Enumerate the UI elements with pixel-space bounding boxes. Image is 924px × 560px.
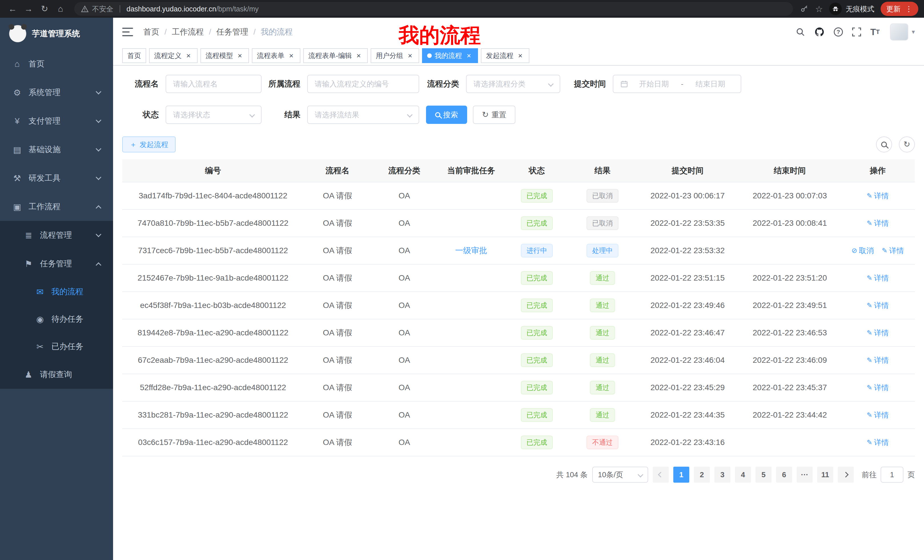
close-icon[interactable]: ×	[406, 52, 414, 60]
sidebar-item[interactable]: ◉待办任务	[0, 305, 113, 333]
toggle-search-button[interactable]	[876, 136, 892, 153]
app-logo	[9, 25, 26, 42]
devtools-icon: ⚒	[11, 173, 23, 183]
detail-link[interactable]: ✎详情	[867, 437, 889, 448]
app-title: 芋道管理系统	[32, 28, 80, 39]
sidebar-item[interactable]: ⌂首页	[0, 49, 113, 78]
detail-link[interactable]: ✎详情	[867, 301, 889, 310]
next-page-button[interactable]	[838, 467, 854, 483]
page-button[interactable]: 5	[756, 467, 771, 483]
leave-query-icon: ♟	[23, 370, 34, 380]
bookmark-star-icon[interactable]: ☆	[815, 4, 823, 14]
cell-actions: ✎详情	[841, 292, 915, 319]
breadcrumb-item[interactable]: 任务管理	[216, 27, 248, 37]
view-tab[interactable]: 流程表单-编辑×	[303, 48, 368, 63]
page-button[interactable]: 3	[714, 467, 730, 483]
close-icon[interactable]: ×	[236, 52, 244, 60]
close-icon[interactable]: ×	[287, 52, 295, 60]
sidebar-item[interactable]: ⚙系统管理	[0, 78, 113, 107]
help-icon[interactable]: ?	[834, 27, 843, 36]
process-name-input[interactable]	[166, 75, 261, 93]
close-icon[interactable]: ×	[184, 52, 192, 60]
sidebar-item[interactable]: ¥支付管理	[0, 107, 113, 135]
breadcrumb-item[interactable]: 工作流程	[172, 27, 204, 37]
browser-menu-icon[interactable]: ⋮	[905, 4, 913, 13]
sidebar-item[interactable]: ⚒研发工具	[0, 164, 113, 192]
sidebar-item[interactable]: ▤基础设施	[0, 135, 113, 164]
close-icon[interactable]: ×	[355, 52, 363, 60]
home-button[interactable]: ⌂	[54, 2, 68, 16]
date-range-picker[interactable]: 开始日期 - 结束日期	[613, 75, 741, 93]
view-tab[interactable]: 发起流程×	[481, 48, 530, 63]
view-tab[interactable]: 流程模型×	[201, 48, 249, 63]
detail-link[interactable]: ✎详情	[867, 355, 889, 365]
detail-link[interactable]: ✎详情	[867, 273, 889, 283]
cell-status: 已完成	[505, 182, 569, 210]
key-icon[interactable]	[800, 4, 809, 13]
refresh-table-button[interactable]: ↻	[899, 136, 915, 153]
github-icon[interactable]	[814, 27, 825, 37]
address-bar[interactable]: 不安全 dashboard.yudao.iocoder.cn/bpm/task/…	[74, 2, 793, 16]
sidebar-item[interactable]: ✂已办任务	[0, 333, 113, 360]
task-link[interactable]: 一级审批	[455, 246, 487, 255]
create-process-button[interactable]: ＋ 发起流程	[122, 136, 176, 153]
breadcrumb-item[interactable]: 首页	[143, 27, 159, 37]
sidebar-item[interactable]: ✉我的流程	[0, 278, 113, 305]
close-icon[interactable]: ×	[516, 52, 524, 60]
search-icon[interactable]	[795, 27, 805, 37]
view-tab[interactable]: 流程定义×	[149, 48, 198, 63]
page-size-select[interactable]: 10条/页	[592, 467, 648, 483]
app-logo-row[interactable]: 芋道管理系统	[0, 18, 113, 49]
cell-result: 通过	[569, 319, 636, 346]
cell-result: 处理中	[569, 237, 636, 264]
fullscreen-icon[interactable]	[852, 27, 861, 36]
chevron-up-icon	[96, 262, 101, 268]
page-button[interactable]: 2	[694, 467, 710, 483]
detail-link[interactable]: ✎详情	[867, 219, 889, 228]
cell-category: OA	[371, 429, 438, 456]
detail-link[interactable]: ✎详情	[867, 328, 889, 338]
hamburger-icon[interactable]	[122, 28, 133, 36]
cell-category: OA	[371, 182, 438, 210]
view-tab[interactable]: 流程表单×	[252, 48, 300, 63]
view-tab[interactable]: 首页	[122, 48, 146, 63]
reset-button[interactable]: ↻ 重置	[473, 106, 515, 124]
update-button[interactable]: 更新 ⋮	[880, 2, 918, 16]
prev-page-button[interactable]	[653, 467, 669, 483]
page-size-value: 10条/页	[598, 470, 623, 480]
page-button[interactable]: 1	[673, 467, 689, 483]
detail-link[interactable]: ✎详情	[867, 383, 889, 393]
view-tab[interactable]: 用户分组×	[370, 48, 419, 63]
cancel-link[interactable]: ⊘取消	[852, 246, 874, 256]
sidebar-item[interactable]: ▣工作流程	[0, 192, 113, 221]
page-button[interactable]: 11	[817, 467, 833, 483]
sidebar-item[interactable]: ≣流程管理	[0, 221, 113, 250]
result-tag: 已取消	[586, 216, 618, 230]
incognito-badge[interactable]: 无痕模式	[829, 3, 874, 15]
detail-link[interactable]: ✎详情	[867, 410, 889, 420]
page-more-button[interactable]: ···	[796, 467, 813, 483]
detail-link[interactable]: ✎详情	[867, 191, 889, 201]
tab-label: 流程表单-编辑	[308, 51, 352, 60]
view-tab[interactable]: 我的流程×	[422, 48, 478, 63]
reload-button[interactable]: ↻	[38, 2, 51, 16]
font-size-icon[interactable]: TT	[870, 27, 880, 36]
cell-id: 7317cec6-7b9b-11ec-b5b7-acde48001122	[122, 237, 304, 264]
category-select[interactable]: 请选择流程分类	[466, 75, 560, 93]
back-button[interactable]: ←	[6, 2, 20, 16]
goto-page-input[interactable]	[880, 467, 903, 483]
owner-process-input[interactable]	[307, 75, 419, 93]
cell-end-time	[739, 237, 841, 264]
forward-button[interactable]: →	[22, 2, 35, 16]
detail-link[interactable]: ✎详情	[882, 246, 904, 256]
close-icon[interactable]: ×	[465, 52, 473, 60]
search-button[interactable]: 搜索	[426, 106, 467, 124]
sidebar-item[interactable]: ♟请假查询	[0, 360, 113, 389]
page-button[interactable]: 6	[776, 467, 792, 483]
status-select[interactable]: 请选择状态	[166, 106, 261, 124]
sidebar-item[interactable]: ⚑任务管理	[0, 250, 113, 278]
page-button[interactable]: 4	[735, 467, 751, 483]
result-select[interactable]: 请选择流结果	[307, 106, 419, 124]
user-menu[interactable]: ▾	[890, 23, 915, 40]
cell-actions: ✎详情	[841, 182, 915, 210]
